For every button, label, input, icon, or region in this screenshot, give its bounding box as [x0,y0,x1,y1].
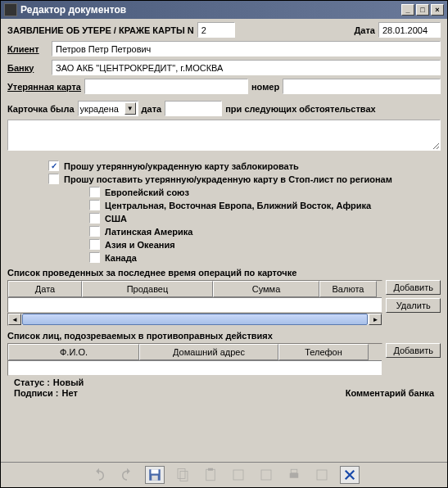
svg-rect-8 [261,470,271,480]
signatures-label: Подписи : [14,388,58,398]
card-n-input[interactable] [197,22,235,38]
ops-delete-button[interactable]: Удалить [386,298,441,313]
undo-icon[interactable] [89,466,109,484]
client-label: Клиент [7,44,48,54]
toolbar [1,462,447,487]
region-checkbox-1[interactable] [89,200,100,210]
suspects-table: Ф.И.О.Домашний адресТелефон [7,343,382,376]
date-label: Дата [355,25,375,35]
svg-rect-2 [152,476,158,481]
form-title: ЗАЯВЛЕНИЕ ОБ УТЕРЕ / КРАЖЕ КАРТЫ N [7,25,194,35]
svg-rect-5 [206,469,215,481]
circumstances-textarea[interactable] [7,120,441,151]
chevron-down-icon: ▼ [124,102,136,115]
paste-icon[interactable] [201,466,220,484]
close-icon[interactable] [340,466,360,484]
lost-card-label: Утерянная карта [7,82,81,92]
card-was-label: Карточка была [7,104,75,114]
svg-rect-10 [291,469,297,473]
tool-icon-9[interactable] [312,466,332,484]
suspects-body[interactable] [8,360,382,375]
save-icon[interactable] [145,466,165,484]
card-number-input[interactable] [283,79,441,94]
svg-rect-6 [208,468,213,471]
sus-col-1[interactable]: Домашний адрес [139,344,278,360]
ops-col-1[interactable]: Продавец [82,281,213,297]
operations-table: ДатаПродавецСуммаВалюта [7,280,382,313]
region-label-1: Центральная, Восточная Европа, Ближний В… [105,201,371,210]
block-card-label: Прошу утерянную/украденную карту заблоки… [64,161,299,171]
signatures-value: Нет [61,388,77,398]
svg-rect-9 [289,473,298,478]
window: Редактор документов _ □ × ЗАЯВЛЕНИЕ ОБ У… [0,0,448,488]
redo-icon[interactable] [117,466,137,484]
on-date-label: дата [142,104,162,114]
print-icon[interactable] [284,466,304,484]
date-input[interactable] [378,22,441,38]
svg-rect-11 [317,470,327,480]
sus-col-2[interactable]: Телефон [278,344,369,360]
titlebar: Редактор документов _ □ × [1,1,447,19]
ops-col-0[interactable]: Дата [8,281,82,297]
status-value: Новый [53,377,84,387]
client-input[interactable] [52,41,441,56]
svg-rect-7 [233,470,243,480]
app-icon [4,3,17,16]
circumstances-label: при следующих обстоятельствах [225,104,375,114]
on-date-input[interactable] [165,101,222,116]
tool-icon-6[interactable] [229,466,248,484]
scroll-left-icon[interactable]: ◄ [8,314,21,325]
region-label-4: Азия и Океания [105,240,175,250]
region-checkbox-0[interactable] [89,187,100,197]
svg-rect-3 [178,469,185,479]
block-card-checkbox[interactable]: ✓ [48,160,59,171]
card-number-label: номер [251,82,279,92]
minimize-button[interactable]: _ [401,4,414,16]
svg-rect-4 [180,472,188,481]
lost-card-input[interactable] [84,79,248,94]
ops-col-2[interactable]: Сумма [213,281,319,297]
tool-icon-7[interactable] [256,466,276,484]
operations-title: Список проведенных за последнее время оп… [7,268,441,278]
stop-list-label: Прошу поставить утерянную/украденную кар… [64,174,392,184]
svg-rect-1 [151,469,158,473]
sus-col-0[interactable]: Ф.И.О. [8,344,139,360]
region-label-0: Европейский союз [105,188,189,197]
close-button[interactable]: × [431,4,444,16]
sus-add-button[interactable]: Добавить [386,343,441,358]
ops-add-button[interactable]: Добавить [386,280,441,295]
status-label: Статус : [14,377,50,387]
scroll-right-icon[interactable]: ► [369,314,382,325]
region-label-5: Канада [105,253,137,263]
suspects-title: Список лиц, подозреваемых в противоправн… [7,331,441,341]
copy-icon[interactable] [173,466,192,484]
h-scrollbar[interactable]: ◄ ► [7,313,382,326]
region-label-2: США [105,214,127,224]
maximize-button[interactable]: □ [416,4,429,16]
operations-body[interactable] [8,297,382,312]
bank-input[interactable] [52,60,441,75]
stop-list-checkbox[interactable] [48,174,59,184]
region-checkbox-3[interactable] [89,226,100,237]
bank-label: Банку [7,63,48,73]
ops-col-3[interactable]: Валюта [319,281,377,297]
region-checkbox-2[interactable] [89,213,100,224]
card-was-select[interactable]: украдена ▼ [78,101,138,116]
region-label-3: Латинская Америка [105,227,192,237]
scroll-thumb[interactable] [22,314,368,325]
bank-comment-label: Комментарий банка [346,388,434,398]
window-title: Редактор документов [20,4,126,16]
region-checkbox-5[interactable] [89,252,100,263]
region-checkbox-4[interactable] [89,239,100,250]
